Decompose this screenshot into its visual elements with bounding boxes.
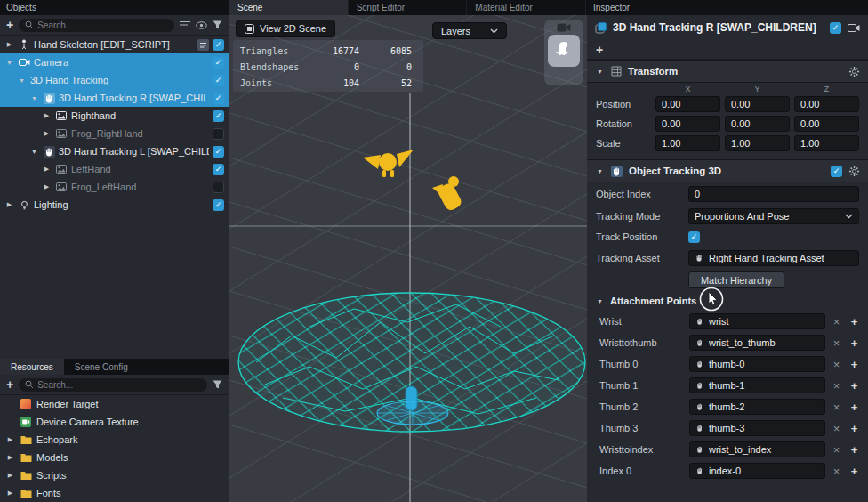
rotation-x-field[interactable]: 0.00 [655,116,720,132]
collapse-arrow-icon[interactable] [595,69,605,75]
tree-item-hand-skeleton[interactable]: Hand Skeleton [EDIT_SCRIPT] [0,36,229,53]
expand-arrow-icon[interactable] [29,149,39,155]
scale-x-field[interactable]: 1.00 [655,135,720,151]
transform-section-header[interactable]: Transform [587,60,868,83]
add-icon[interactable]: + [848,380,861,392]
expand-arrow-icon[interactable] [42,112,52,119]
expand-arrow-icon[interactable] [42,130,52,137]
tree-item-3d-hand-tracking-l[interactable]: 3D Hand Tracking L [SWAP_CHILDREN] [0,142,229,160]
position-z-field[interactable]: 0.00 [794,96,859,112]
tree-item-3d-hand-tracking[interactable]: 3D Hand Tracking [0,71,229,89]
tracking-asset-field[interactable]: Right Hand Tracking Asset [688,250,859,266]
tab-scene-config[interactable]: Scene Config [64,359,139,375]
capture-icon[interactable] [848,23,860,33]
filter-icon[interactable] [213,20,222,29]
expand-arrow-icon[interactable] [4,201,14,208]
resource-item-scripts[interactable]: Scripts [0,466,229,484]
add-icon[interactable]: + [848,337,861,349]
expand-arrow-icon[interactable] [29,95,39,101]
objects-search-input[interactable]: Search... [19,19,174,32]
gear-icon[interactable] [848,66,860,77]
tab-script-editor[interactable]: Script Editor [349,0,468,15]
expand-arrow-icon[interactable] [17,77,27,84]
video-camera-icon[interactable] [557,22,571,33]
preview-widget[interactable] [544,20,583,85]
resource-item-fonts[interactable]: Fonts [0,484,229,502]
rotation-y-field[interactable]: 0.00 [725,116,790,132]
remove-icon[interactable]: × [830,359,843,370]
tracking-mode-dropdown[interactable]: Proportions And Pose [688,208,859,224]
remove-icon[interactable]: × [830,423,843,434]
add-icon[interactable]: + [848,466,861,477]
eye-icon[interactable] [196,21,207,29]
snapchat-ghost-icon[interactable] [548,35,580,67]
expand-arrow-icon[interactable] [5,436,15,443]
tree-item-lefthand[interactable]: LeftHand [0,160,229,178]
visibility-checkbox[interactable] [213,164,224,175]
scale-y-field[interactable]: 1.00 [725,135,790,151]
expand-arrow-icon[interactable] [42,183,52,190]
match-hierarchy-button[interactable]: Match Hierarchy [688,271,784,288]
tree-item-righthand[interactable]: Righthand [0,107,229,125]
remove-icon[interactable]: × [830,337,843,349]
object-enabled-checkbox[interactable] [830,22,841,34]
tab-resources[interactable]: Resources [0,359,64,375]
remove-icon[interactable]: × [830,316,843,328]
resources-search-input[interactable]: Search... [19,378,207,392]
position-y-field[interactable]: 0.00 [725,96,790,112]
filter-icon[interactable] [213,380,222,389]
attachment-asset-field[interactable]: thumb-3 [689,420,825,436]
tab-material-editor[interactable]: Material Editor [467,0,586,15]
attachment-points-header[interactable]: Attachment Points [587,291,868,311]
tree-item-camera[interactable]: Camera [0,53,229,71]
list-view-icon[interactable] [180,20,190,29]
collapse-arrow-icon[interactable] [595,168,605,174]
gear-icon[interactable] [848,166,860,177]
scale-z-field[interactable]: 1.00 [794,135,859,151]
visibility-checkbox[interactable] [213,110,224,122]
resource-item-models[interactable]: Models [0,449,229,466]
expand-arrow-icon[interactable] [42,166,52,173]
object-index-field[interactable]: 0 [688,186,859,202]
attachment-asset-field[interactable]: thumb-0 [689,356,825,372]
add-component-button[interactable]: + [596,44,603,56]
position-x-field[interactable]: 0.00 [655,96,720,112]
attachment-asset-field[interactable]: wrist [689,313,825,329]
attachment-asset-field[interactable]: thumb-2 [689,399,825,415]
expand-arrow-icon[interactable] [5,490,15,497]
attachment-asset-field[interactable]: index-0 [689,463,825,479]
expand-arrow-icon[interactable] [5,454,15,461]
visibility-checkbox[interactable] [213,93,224,104]
add-icon[interactable]: + [848,316,861,328]
add-icon[interactable]: + [848,444,861,456]
remove-icon[interactable]: × [830,466,843,477]
remove-icon[interactable]: × [830,380,843,392]
attachment-asset-field[interactable]: wrist_to_index [689,441,825,457]
visibility-checkbox[interactable] [213,146,224,158]
3d-viewport[interactable]: Triangles 16774 6085 Blendshapes 0 0 Joi… [229,15,586,502]
add-object-button[interactable]: + [6,19,13,31]
visibility-checkbox[interactable] [213,128,224,140]
visibility-checkbox[interactable] [213,57,224,69]
component-enabled-checkbox[interactable] [831,166,842,177]
resource-item-device-camera-texture[interactable]: Device Camera Texture [0,413,229,431]
remove-icon[interactable]: × [830,444,843,456]
layers-dropdown[interactable]: Layers [432,22,507,39]
resource-item-render-target[interactable]: Render Target [0,395,229,413]
add-icon[interactable]: + [848,423,861,434]
tab-scene[interactable]: Scene [229,0,349,15]
view-2d-scene-button[interactable]: View 2D Scene [236,20,335,37]
tree-item-3d-hand-tracking-r[interactable]: 3D Hand Tracking R [SWAP_CHILDREN] [0,89,229,107]
add-icon[interactable]: + [848,359,861,370]
rotation-z-field[interactable]: 0.00 [794,116,859,132]
expand-arrow-icon[interactable] [4,41,14,48]
object-tracking-section-header[interactable]: Object Tracking 3D [587,159,868,182]
attachment-asset-field[interactable]: thumb-1 [689,377,825,393]
add-resource-button[interactable]: + [6,378,13,391]
expand-arrow-icon[interactable] [4,60,14,66]
add-icon[interactable]: + [848,401,861,413]
remove-icon[interactable]: × [830,401,843,413]
visibility-checkbox[interactable] [213,39,224,51]
expand-arrow-icon[interactable] [5,472,15,479]
track-position-checkbox[interactable] [688,231,700,243]
